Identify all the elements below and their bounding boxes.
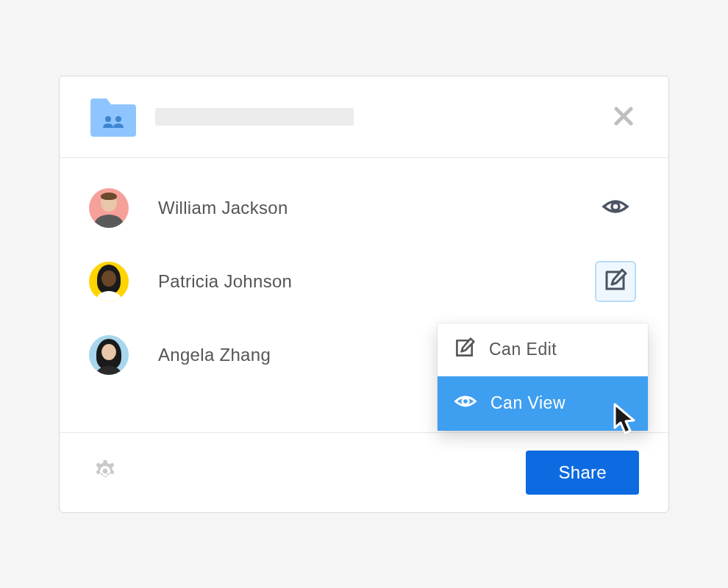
member-name: William Jackson (158, 198, 288, 218)
modal-header (60, 76, 668, 158)
permission-dropdown: Can Edit Can View (438, 323, 648, 431)
permission-button[interactable] (595, 187, 636, 229)
avatar (89, 262, 129, 301)
permission-button[interactable] (595, 261, 636, 302)
dropdown-option-can-view[interactable]: Can View (438, 376, 648, 431)
member-name: Patricia Johnson (158, 271, 292, 292)
gear-icon (92, 476, 118, 487)
svg-point-1 (115, 116, 121, 122)
share-button[interactable]: Share (526, 451, 639, 495)
member-row: Patricia Johnson (89, 245, 636, 318)
share-modal: William Jackson Patricia Johnson (59, 76, 669, 513)
modal-footer: Share (60, 432, 668, 512)
dropdown-option-label: Can View (490, 393, 565, 413)
share-button-label: Share (558, 462, 607, 482)
avatar (89, 188, 129, 228)
svg-point-3 (463, 398, 468, 404)
folder-title-placeholder (155, 108, 354, 126)
svg-point-0 (105, 116, 111, 122)
shared-folder-icon (89, 97, 138, 137)
close-icon (614, 103, 633, 131)
eye-icon (602, 193, 629, 223)
member-row: William Jackson (89, 171, 636, 245)
eye-icon (454, 390, 477, 417)
avatar (89, 335, 129, 375)
dropdown-option-can-edit[interactable]: Can Edit (438, 323, 648, 376)
edit-icon (603, 268, 628, 295)
close-button[interactable] (611, 101, 636, 132)
settings-button[interactable] (89, 455, 121, 490)
modal-body: William Jackson Patricia Johnson (60, 158, 668, 432)
edit-icon (454, 337, 476, 363)
member-name: Angela Zhang (158, 345, 271, 365)
dropdown-option-label: Can Edit (489, 340, 557, 359)
svg-point-2 (612, 203, 619, 210)
